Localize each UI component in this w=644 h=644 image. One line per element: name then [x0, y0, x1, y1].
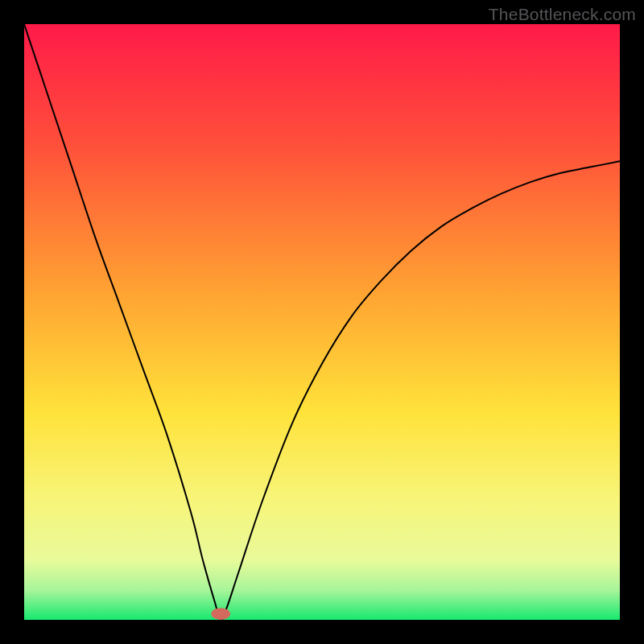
minimum-marker-icon [211, 608, 230, 620]
plot-area [24, 24, 620, 620]
chart-frame: TheBottleneck.com [0, 0, 644, 644]
watermark-text: TheBottleneck.com [489, 5, 636, 24]
chart-svg [24, 24, 620, 620]
gradient-background [24, 24, 620, 620]
